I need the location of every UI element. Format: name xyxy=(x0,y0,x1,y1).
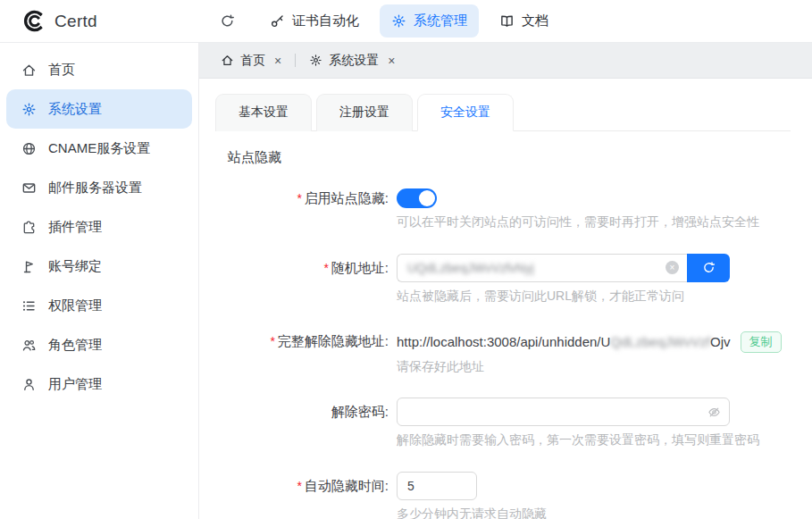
open-tab-system-settings[interactable]: 系统设置 × xyxy=(300,43,404,79)
app-header: Certd 证书自动化 系统管理 文档 xyxy=(0,0,812,43)
home-icon xyxy=(21,63,37,78)
form-row-full-unhide-url: *完整解除隐藏地址: http://localhost:3008/api/unh… xyxy=(215,327,791,375)
sidebar-item-label: 系统设置 xyxy=(48,101,102,118)
tab-label: 注册设置 xyxy=(339,105,389,119)
certd-logo-icon xyxy=(21,9,46,33)
app-title: Certd xyxy=(54,12,97,31)
nav-system-management[interactable]: 系统管理 xyxy=(380,4,479,38)
open-tab-label: 首页 xyxy=(240,53,265,69)
field-help: 解除隐藏时需要输入密码，第一次需要设置密码，填写则重置密码 xyxy=(397,431,759,449)
refresh-icon[interactable] xyxy=(211,5,244,37)
regenerate-address-button[interactable] xyxy=(687,254,730,282)
app-logo[interactable]: Certd xyxy=(21,9,205,33)
mail-icon xyxy=(21,180,37,196)
url-blurred-part: QdLzbeqJWvVzf xyxy=(610,334,710,349)
security-settings-form: 站点隐藏 *启用站点隐藏: 可以在平时关闭站点的可访问性，需要时再打开，增强站点… xyxy=(215,131,791,519)
user-icon xyxy=(21,377,37,392)
sidebar-item-label: CNAME服务设置 xyxy=(48,140,150,157)
field-help: 多少分钟内无请求自动隐藏 xyxy=(397,506,547,519)
list-icon xyxy=(21,298,37,314)
tab-divider xyxy=(295,54,296,67)
auto-hide-time-input[interactable] xyxy=(397,472,477,500)
sidebar-item-label: 权限管理 xyxy=(48,297,102,314)
field-label: *自动隐藏时间: xyxy=(215,472,397,519)
tab-label: 基本设置 xyxy=(239,105,289,119)
globe-icon xyxy=(21,141,37,156)
required-mark: * xyxy=(270,334,274,348)
enable-hide-toggle[interactable] xyxy=(397,188,437,208)
sidebar-item-cname-settings[interactable]: CNAME服务设置 xyxy=(6,129,192,168)
sidebar-item-label: 首页 xyxy=(48,62,75,79)
nav-docs[interactable]: 文档 xyxy=(488,4,560,38)
required-mark: * xyxy=(323,261,328,275)
close-icon[interactable]: × xyxy=(388,54,395,67)
key-icon xyxy=(270,13,285,29)
unhide-url-value: http://localhost:3008/api/unhidden/UQdLz… xyxy=(397,332,731,352)
form-row-enable-hide: *启用站点隐藏: 可以在平时关闭站点的可访问性，需要时再打开，增强站点安全性 xyxy=(215,184,791,231)
sidebar-item-user-management[interactable]: 用户管理 xyxy=(6,364,192,404)
gear-icon xyxy=(309,54,322,67)
form-row-random-address: *随机地址: UQdLzbeqJWvVzfvNyj × xyxy=(215,254,791,306)
sidebar: 首页 系统设置 CNAME服务设置 邮件服务器设置 插件管理 xyxy=(0,43,199,519)
field-help: 可以在平时关闭站点的可访问性，需要时再打开，增强站点安全性 xyxy=(397,213,759,231)
field-label: *完整解除隐藏地址: xyxy=(215,327,397,375)
home-icon xyxy=(221,54,234,67)
tab-security-settings[interactable]: 安全设置 xyxy=(417,94,514,131)
nav-label: 系统管理 xyxy=(414,13,467,29)
team-icon xyxy=(21,338,37,353)
settings-tabs: 基本设置 注册设置 安全设置 xyxy=(215,93,791,131)
sidebar-item-permission-management[interactable]: 权限管理 xyxy=(6,286,192,325)
random-address-input[interactable]: UQdLzbeqJWvVzfvNyj × xyxy=(397,254,687,282)
required-mark: * xyxy=(297,191,301,205)
form-row-unhide-password: 解除密码: 解除隐藏时需要输入密码，第一次需要设置密码，填写则重置密 xyxy=(215,398,791,449)
flag-icon xyxy=(21,259,37,274)
sidebar-item-label: 邮件服务器设置 xyxy=(48,180,142,197)
sidebar-item-system-settings[interactable]: 系统设置 xyxy=(6,89,192,129)
gear-icon xyxy=(391,13,406,29)
clear-icon[interactable]: × xyxy=(666,261,679,274)
gear-icon xyxy=(21,102,37,117)
sidebar-item-mail-server[interactable]: 邮件服务器设置 xyxy=(6,168,192,207)
nav-cert-automation[interactable]: 证书自动化 xyxy=(258,4,371,38)
sidebar-item-label: 账号绑定 xyxy=(48,258,102,275)
nav-label: 文档 xyxy=(522,13,548,29)
header-nav: 证书自动化 系统管理 文档 xyxy=(211,4,560,38)
toggle-knob xyxy=(419,190,435,206)
field-label: *随机地址: xyxy=(215,254,397,306)
plugin-icon xyxy=(21,220,37,235)
nav-label: 证书自动化 xyxy=(292,13,359,29)
open-tabs-bar: 首页 × 系统设置 × xyxy=(199,43,812,79)
open-tab-label: 系统设置 xyxy=(329,53,379,69)
close-icon[interactable]: × xyxy=(274,54,281,67)
eye-invisible-icon[interactable] xyxy=(707,406,721,419)
sidebar-item-plugin-management[interactable]: 插件管理 xyxy=(6,207,192,247)
field-help: 站点被隐藏后，需要访问此URL解锁，才能正常访问 xyxy=(397,288,730,306)
section-title-site-hiding: 站点隐藏 xyxy=(228,149,791,166)
field-label: *启用站点隐藏: xyxy=(215,184,397,231)
sidebar-item-label: 角色管理 xyxy=(48,337,102,354)
book-icon xyxy=(499,13,515,29)
tab-register-settings[interactable]: 注册设置 xyxy=(316,94,413,131)
sidebar-item-account-binding[interactable]: 账号绑定 xyxy=(6,247,192,286)
sidebar-item-label: 用户管理 xyxy=(48,376,102,393)
sidebar-item-home[interactable]: 首页 xyxy=(6,50,192,89)
open-tab-home[interactable]: 首页 × xyxy=(212,43,290,79)
tab-label: 安全设置 xyxy=(440,105,490,119)
sidebar-item-label: 插件管理 xyxy=(48,219,102,236)
tab-basic-settings[interactable]: 基本设置 xyxy=(215,94,312,131)
field-help: 请保存好此地址 xyxy=(397,358,782,376)
refresh-icon xyxy=(702,261,716,274)
copy-button[interactable]: 复制 xyxy=(741,331,782,353)
form-row-auto-hide-time: *自动隐藏时间: 多少分钟内无请求自动隐藏 xyxy=(215,472,791,519)
field-label: 解除密码: xyxy=(215,398,397,449)
random-address-value: UQdLzbeqJWvVzfvNyj xyxy=(407,261,666,275)
required-mark: * xyxy=(297,479,301,493)
unhide-password-input[interactable] xyxy=(399,399,707,424)
sidebar-item-role-management[interactable]: 角色管理 xyxy=(6,325,192,364)
unhide-password-field-wrap xyxy=(397,398,730,426)
